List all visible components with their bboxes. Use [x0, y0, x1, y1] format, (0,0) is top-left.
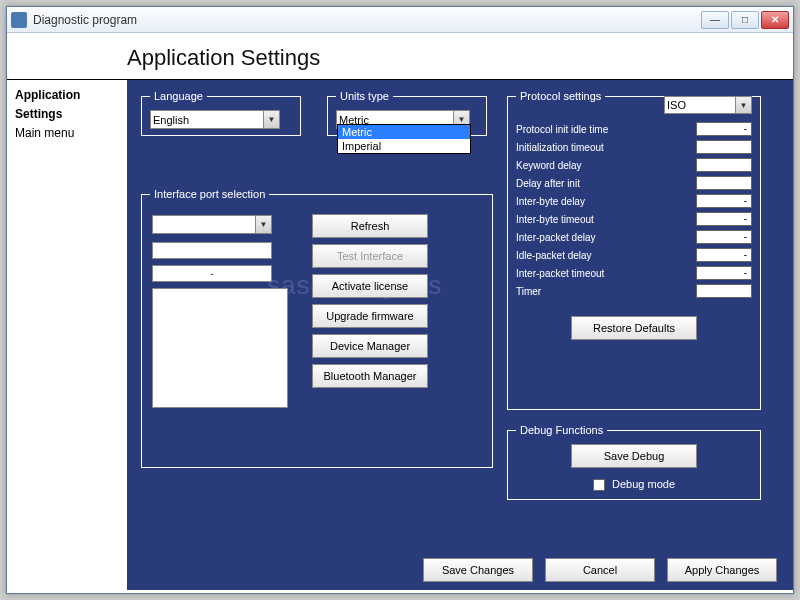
debug-mode-label: Debug mode — [612, 478, 675, 490]
iface-field-3[interactable] — [152, 265, 272, 282]
save-changes-button[interactable]: Save Changes — [423, 558, 533, 582]
proto-label: Delay after init — [516, 178, 696, 189]
proto-label: Initialization timeout — [516, 142, 696, 153]
titlebar: Diagnostic program — □ ✕ — [7, 7, 793, 33]
iface-field-2[interactable] — [152, 242, 272, 259]
proto-input[interactable]: - — [696, 194, 752, 208]
units-option-imperial[interactable]: Imperial — [338, 139, 470, 153]
maximize-button[interactable]: □ — [731, 11, 759, 29]
chevron-down-icon: ▼ — [255, 216, 271, 233]
chevron-down-icon: ▼ — [735, 97, 751, 113]
bluetooth-manager-button[interactable]: Bluetooth Manager — [312, 364, 428, 388]
proto-label: Inter-byte timeout — [516, 214, 696, 225]
protocol-select[interactable]: ISO ▼ — [664, 96, 752, 114]
units-option-metric[interactable]: Metric — [338, 125, 470, 139]
page-title: Application Settings — [7, 33, 793, 80]
port-select[interactable]: ▼ — [152, 215, 272, 234]
refresh-button[interactable]: Refresh — [312, 214, 428, 238]
debug-mode-checkbox[interactable] — [593, 479, 605, 491]
interface-legend: Interface port selection — [150, 188, 269, 200]
proto-label: Protocol init idle time — [516, 124, 696, 135]
save-debug-button[interactable]: Save Debug — [571, 444, 697, 468]
proto-input[interactable]: - — [696, 248, 752, 262]
proto-input[interactable]: - — [696, 122, 752, 136]
test-interface-button[interactable]: Test Interface — [312, 244, 428, 268]
proto-label: Inter-packet timeout — [516, 268, 696, 279]
sidebar-item-app-settings[interactable]: Application Settings — [15, 86, 119, 124]
cancel-button[interactable]: Cancel — [545, 558, 655, 582]
port-listbox[interactable] — [152, 288, 288, 408]
proto-input[interactable] — [696, 284, 752, 298]
sidebar-item-main-menu[interactable]: Main menu — [15, 124, 119, 143]
restore-defaults-button[interactable]: Restore Defaults — [571, 316, 697, 340]
chevron-down-icon: ▼ — [263, 111, 279, 128]
units-dropdown-list: Metric Imperial — [337, 124, 471, 154]
close-button[interactable]: ✕ — [761, 11, 789, 29]
minimize-button[interactable]: — — [701, 11, 729, 29]
protocol-legend: Protocol settings — [516, 90, 605, 102]
proto-input[interactable] — [696, 176, 752, 190]
language-select[interactable]: English ▼ — [150, 110, 280, 129]
upgrade-firmware-button[interactable]: Upgrade firmware — [312, 304, 428, 328]
proto-label: Idle-packet delay — [516, 250, 696, 261]
window-title: Diagnostic program — [33, 13, 699, 27]
language-legend: Language — [150, 90, 207, 102]
proto-input[interactable]: - — [696, 212, 752, 226]
proto-input[interactable]: - — [696, 230, 752, 244]
units-legend: Units type — [336, 90, 393, 102]
language-group: Language English ▼ — [141, 90, 301, 136]
protocol-group: Protocol settings ISO ▼ Protocol init id… — [507, 90, 761, 410]
activate-license-button[interactable]: Activate license — [312, 274, 428, 298]
settings-panel: sasomange.rs Language English ▼ Units ty… — [127, 80, 793, 590]
device-manager-button[interactable]: Device Manager — [312, 334, 428, 358]
main-window: Diagnostic program — □ ✕ Application Set… — [6, 6, 794, 594]
app-icon — [11, 12, 27, 28]
proto-input[interactable] — [696, 158, 752, 172]
proto-label: Inter-byte delay — [516, 196, 696, 207]
proto-label: Keyword delay — [516, 160, 696, 171]
debug-group: Debug Functions Save Debug Debug mode — [507, 424, 761, 500]
proto-label: Inter-packet delay — [516, 232, 696, 243]
apply-changes-button[interactable]: Apply Changes — [667, 558, 777, 582]
sidebar: Application Settings Main menu — [7, 80, 127, 590]
proto-input[interactable] — [696, 140, 752, 154]
footer-buttons: Save Changes Cancel Apply Changes — [423, 558, 777, 582]
proto-input[interactable]: - — [696, 266, 752, 280]
debug-legend: Debug Functions — [516, 424, 607, 436]
interface-group: Interface port selection ▼ Refresh Test … — [141, 188, 493, 468]
proto-label: Timer — [516, 286, 696, 297]
